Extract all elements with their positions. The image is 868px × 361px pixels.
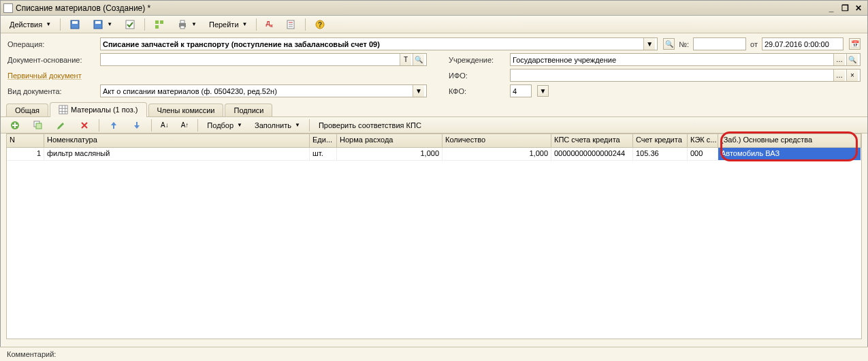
- date-field[interactable]: 29.07.2016 0:00:00: [762, 37, 843, 50]
- select-icon[interactable]: …: [833, 69, 845, 81]
- check-kps-button[interactable]: Проверить соответствия КПС: [314, 119, 426, 132]
- col-n[interactable]: N: [7, 134, 44, 147]
- grid-header: N Номенклатура Еди... Норма расхода Коли…: [7, 134, 861, 148]
- operation-field[interactable]: Списание запчастей к транспорту (поступл…: [100, 37, 658, 50]
- tab-signatures[interactable]: Подписи: [225, 104, 272, 116]
- date-value: 29.07.2016 0:00:00: [765, 40, 841, 48]
- col-unit[interactable]: Еди...: [310, 134, 337, 147]
- doctype-field[interactable]: Акт о списании материалов (ф. 0504230, р…: [100, 84, 427, 97]
- col-nomen[interactable]: Номенклатура: [44, 134, 310, 147]
- text-select-icon[interactable]: T: [400, 54, 411, 65]
- chevron-down-icon: ▼: [242, 21, 248, 27]
- org-field[interactable]: Государственное учреждение … 🔍: [510, 53, 861, 66]
- search-icon[interactable]: 🔍: [846, 54, 858, 65]
- chevron-down-icon: ▼: [191, 21, 197, 27]
- help-icon[interactable]: ?: [310, 18, 330, 31]
- doctype-value: Акт о списании материалов (ф. 0504230, р…: [103, 87, 411, 95]
- svg-rect-9: [180, 20, 184, 23]
- close-button[interactable]: ✕: [852, 3, 865, 14]
- delete-row-icon[interactable]: [74, 119, 95, 132]
- actions-menu[interactable]: Действия ▼: [5, 18, 56, 31]
- search-icon[interactable]: 🔍: [663, 38, 675, 50]
- doctype-label: Вид документа:: [7, 87, 96, 95]
- document-icon: [3, 3, 13, 13]
- chevron-down-icon[interactable]: ▼: [413, 85, 424, 97]
- chevron-down-icon: ▼: [46, 21, 51, 27]
- copy-row-icon[interactable]: [28, 119, 48, 132]
- cell-unit: шт.: [310, 148, 337, 160]
- actions-label: Действия: [10, 20, 42, 29]
- goto-menu[interactable]: Перейти ▼: [204, 18, 253, 31]
- goto-label: Перейти: [209, 20, 239, 29]
- tabs: Общая Материалы (1 поз.) Члены комиссии …: [1, 101, 867, 117]
- number-field[interactable]: [693, 37, 746, 50]
- table-row[interactable]: 1 фильтр масляный шт. 1,000 1,000 000000…: [7, 148, 861, 161]
- search-icon[interactable]: 🔍: [413, 54, 424, 65]
- svg-text:?: ?: [318, 21, 322, 29]
- edit-row-icon[interactable]: [51, 119, 71, 132]
- save-dropdown[interactable]: ▼: [88, 18, 117, 31]
- ifo-field[interactable]: … ×: [510, 69, 861, 82]
- clear-icon[interactable]: ×: [846, 69, 858, 81]
- podbor-menu[interactable]: Подбор▼: [202, 119, 247, 132]
- operation-label: Операция:: [7, 40, 96, 48]
- print-icon[interactable]: ▼: [172, 18, 202, 31]
- cell-n: 1: [7, 148, 44, 160]
- save-icon[interactable]: [65, 18, 85, 31]
- basis-label: Документ-основание:: [7, 56, 96, 64]
- tab-general[interactable]: Общая: [6, 104, 48, 116]
- cell-asset[interactable]: Автомобиль ВАЗ: [718, 148, 861, 160]
- svg-rect-1: [72, 21, 78, 24]
- svg-rect-5: [155, 20, 159, 24]
- svg-rect-24: [36, 123, 42, 129]
- post-icon[interactable]: [120, 18, 140, 31]
- org-value: Государственное учреждение: [513, 56, 832, 64]
- main-toolbar: Действия ▼ ▼ ▼ Перейти ▼ Дк ?: [1, 16, 867, 33]
- cell-norm: 1,000: [337, 148, 443, 160]
- svg-rect-17: [59, 106, 67, 114]
- cell-nomen: фильтр масляный: [44, 148, 310, 160]
- sort-desc-icon[interactable]: A↑: [176, 119, 194, 132]
- select-icon[interactable]: …: [833, 54, 845, 65]
- structure-icon[interactable]: [149, 18, 170, 31]
- tab-materials[interactable]: Материалы (1 поз.): [50, 102, 147, 117]
- date-label: от: [750, 40, 758, 48]
- chevron-down-icon[interactable]: ▼: [537, 85, 549, 97]
- chevron-down-icon: ▼: [107, 21, 112, 27]
- cell-acct: 105.36: [633, 148, 688, 160]
- comment-label: Комментарий:: [7, 350, 56, 358]
- col-kps[interactable]: КПС счета кредита: [551, 134, 633, 147]
- chevron-down-icon[interactable]: ▼: [643, 38, 655, 50]
- col-acct[interactable]: Счет кредита: [633, 134, 688, 147]
- restore-button[interactable]: ❐: [839, 3, 851, 14]
- tab-commission[interactable]: Члены комиссии: [148, 104, 224, 116]
- cell-kps: 00000000000000244: [551, 148, 633, 160]
- move-up-icon[interactable]: [103, 119, 124, 132]
- org-label: Учреждение:: [445, 56, 506, 64]
- basis-field[interactable]: T 🔍: [100, 53, 427, 66]
- svg-rect-6: [160, 20, 163, 24]
- window-title: Списание материалов (Создание) *: [16, 3, 824, 13]
- col-asset[interactable]: (Заб.) Основные средства: [718, 134, 861, 147]
- cell-kek: 000: [688, 148, 718, 160]
- grid-toolbar: A↓ A↑ Подбор▼ Заполнить▼ Проверить соотв…: [1, 117, 867, 134]
- titlebar: Списание материалов (Создание) * _ ❐ ✕: [1, 1, 867, 16]
- add-row-icon[interactable]: [5, 119, 25, 132]
- svg-rect-4: [126, 20, 134, 29]
- kfo-field[interactable]: 4: [510, 84, 532, 97]
- debit-credit-icon[interactable]: Дк: [261, 18, 277, 31]
- minimize-button[interactable]: _: [825, 3, 837, 14]
- calendar-icon[interactable]: 📅: [849, 38, 861, 50]
- fill-menu[interactable]: Заполнить▼: [250, 119, 305, 132]
- col-qty[interactable]: Количество: [443, 134, 551, 147]
- col-norm[interactable]: Норма расхода: [337, 134, 443, 147]
- form-area: Операция: Списание запчастей к транспорт…: [1, 33, 867, 101]
- sort-asc-icon[interactable]: A↓: [156, 119, 174, 132]
- move-down-icon[interactable]: [127, 119, 147, 132]
- cell-qty: 1,000: [443, 148, 551, 160]
- svg-rect-3: [95, 21, 101, 24]
- report-icon[interactable]: [280, 18, 301, 31]
- kfo-label: КФО:: [445, 87, 506, 95]
- kfo-value: 4: [513, 87, 529, 95]
- col-kek[interactable]: КЭК с...: [688, 134, 718, 147]
